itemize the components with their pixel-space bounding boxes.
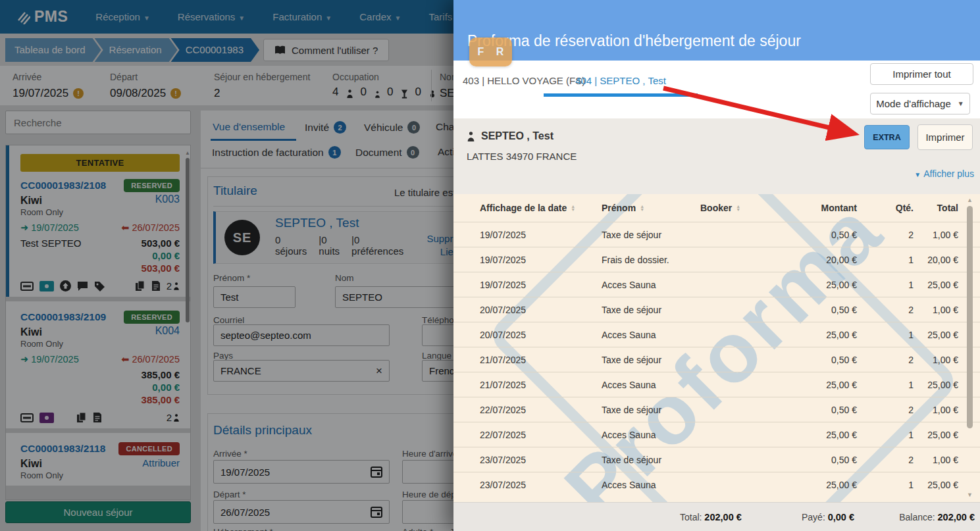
cell-date: 20/07/2025 [480, 305, 602, 315]
cell-qty: 1 [857, 430, 914, 440]
total-group: Total: 202,00 € [680, 512, 742, 522]
print-all-button[interactable]: Imprimer tout [870, 63, 973, 85]
sort-icon[interactable]: ▲▼ [736, 205, 740, 211]
sort-icon[interactable]: ▲▼ [571, 205, 575, 211]
cell-amount: 0,50 € [779, 405, 857, 415]
table-row[interactable]: 20/07/2025 Acces Sauna 25,00 € 1 25,00 € [453, 322, 980, 347]
print-button[interactable]: Imprimer [917, 124, 973, 150]
modal-header: Proforma de réservation d'hébergement de… [453, 0, 980, 61]
cell-qty: 1 [857, 480, 914, 490]
cell-total: 1,00 € [914, 355, 958, 365]
modal-body: SEPTEO , Test LATTES 34970 FRANCE EXTRA … [453, 118, 980, 531]
cell-date: 20/07/2025 [480, 330, 602, 340]
scroll-up-icon[interactable]: ▲ [967, 197, 973, 203]
chevron-down-icon: ▼ [914, 171, 921, 178]
column-header-total[interactable]: Total [914, 203, 958, 213]
cell-label: Taxe de séjour [602, 305, 700, 315]
modal-title: Proforma de réservation d'hébergement de… [467, 32, 801, 50]
cell-amount: 0,50 € [779, 355, 857, 365]
cell-amount: 0,50 € [779, 230, 857, 240]
cell-label: Acces Sauna [602, 430, 700, 440]
cell-total: 1,00 € [914, 455, 958, 465]
cell-amount: 20,00 € [779, 255, 857, 265]
cell-amount: 25,00 € [779, 280, 857, 290]
proforma-modal: Proforma de réservation d'hébergement de… [453, 0, 980, 531]
chevron-down-icon: ▼ [958, 100, 964, 107]
sort-icon[interactable]: ▲▼ [640, 205, 644, 211]
column-header-date[interactable]: Affichage de la date▲▼ [480, 203, 602, 213]
table-scrollbar[interactable]: ▲ ▼ [966, 197, 973, 498]
cell-total: 1,00 € [914, 305, 958, 315]
cell-qty: 2 [857, 355, 914, 365]
table-row[interactable]: 23/07/2025 Acces Sauna 25,00 € 1 25,00 € [453, 472, 980, 497]
cell-amount: 25,00 € [779, 480, 857, 490]
cell-date: 19/07/2025 [480, 255, 602, 265]
cell-date: 23/07/2025 [480, 455, 602, 465]
cell-date: 22/07/2025 [480, 405, 602, 415]
cell-date: 22/07/2025 [480, 430, 602, 440]
cell-label: Taxe de séjour [602, 455, 700, 465]
table-header-row: Affichage de la date▲▼ Prénom▲▼ Booker▲▼… [453, 194, 980, 222]
guest-name: SEPTEO , Test [481, 130, 554, 142]
table-body: 19/07/2025 Taxe de séjour 0,50 € 2 1,00 … [453, 222, 980, 497]
scroll-down-icon[interactable]: ▼ [967, 492, 973, 498]
cell-date: 21/07/2025 [480, 380, 602, 390]
table-row[interactable]: 19/07/2025 Frais de dossier. 20,00 € 1 2… [453, 247, 980, 272]
cell-qty: 1 [857, 255, 914, 265]
column-header-prenom[interactable]: Prénom▲▼ [602, 203, 700, 213]
table-row[interactable]: 22/07/2025 Taxe de séjour 0,50 € 2 1,00 … [453, 397, 980, 422]
display-mode-button[interactable]: Mode d'affichage ▼ [870, 93, 970, 114]
table-row[interactable]: 20/07/2025 Taxe de séjour 0,50 € 2 1,00 … [453, 297, 980, 322]
extra-button[interactable]: EXTRA [864, 125, 910, 149]
total-value: 202,00 € [704, 512, 741, 522]
guest-header: SEPTEO , Test [467, 130, 554, 142]
cell-total: 1,00 € [914, 230, 958, 240]
column-header-booker[interactable]: Booker▲▼ [700, 203, 779, 213]
person-icon [467, 132, 475, 141]
cell-amount: 0,50 € [779, 455, 857, 465]
cell-total: 25,00 € [914, 280, 958, 290]
guest-address: LATTES 34970 FRANCE [467, 151, 577, 162]
cell-label: Acces Sauna [602, 330, 700, 340]
cell-label: Acces Sauna [602, 280, 700, 290]
cell-total: 1,00 € [914, 405, 958, 415]
cell-amount: 25,00 € [779, 380, 857, 390]
cell-date: 19/07/2025 [480, 230, 602, 240]
show-more-link[interactable]: ▼Afficher plus [914, 168, 974, 179]
table-row[interactable]: 21/07/2025 Acces Sauna 25,00 € 1 25,00 € [453, 372, 980, 397]
cell-total: 25,00 € [914, 430, 958, 440]
cell-label: Frais de dossier. [602, 255, 700, 265]
cell-total: 25,00 € [914, 330, 958, 340]
column-header-montant[interactable]: Montant [779, 203, 857, 213]
table-row[interactable]: 19/07/2025 Taxe de séjour 0,50 € 2 1,00 … [453, 222, 980, 247]
cell-qty: 2 [857, 305, 914, 315]
column-header-qte[interactable]: Qté. [857, 203, 914, 213]
table-row[interactable]: 21/07/2025 Taxe de séjour 0,50 € 2 1,00 … [453, 347, 980, 372]
table-row[interactable]: 22/07/2025 Acces Sauna 25,00 € 1 25,00 € [453, 422, 980, 447]
paid-value: 0,00 € [828, 512, 854, 522]
tab-folio-404[interactable]: 404 | SEPTEO , Test [544, 75, 698, 97]
cell-qty: 1 [857, 280, 914, 290]
cell-total: 25,00 € [914, 380, 958, 390]
cell-date: 21/07/2025 [480, 355, 602, 365]
scrollbar-thumb[interactable] [967, 206, 973, 428]
cell-qty: 2 [857, 455, 914, 465]
cell-total: 25,00 € [914, 480, 958, 490]
cell-label: Taxe de séjour [602, 230, 700, 240]
cell-qty: 2 [857, 230, 914, 240]
language-fr-badge[interactable]: F R [469, 38, 512, 66]
cell-amount: 25,00 € [779, 330, 857, 340]
modal-tab-bar: 403 | HELLO VOYAGE (FS) 404 | SEPTEO , T… [453, 61, 980, 118]
proforma-table: Proforma Affichage de la date▲▼ Prénom▲▼… [453, 194, 980, 502]
cell-label: Taxe de séjour [602, 405, 700, 415]
cell-amount: 0,50 € [779, 305, 857, 315]
cell-qty: 1 [857, 380, 914, 390]
balance-value: 202,00 € [938, 512, 975, 522]
cell-label: Taxe de séjour [602, 355, 700, 365]
cell-label: Acces Sauna [602, 380, 700, 390]
cell-qty: 1 [857, 330, 914, 340]
table-row[interactable]: 23/07/2025 Taxe de séjour 0,50 € 2 1,00 … [453, 447, 980, 472]
table-row[interactable]: 19/07/2025 Acces Sauna 25,00 € 1 25,00 € [453, 272, 980, 297]
cell-date: 23/07/2025 [480, 480, 602, 490]
paid-group: Payé: 0,00 € [802, 512, 854, 522]
